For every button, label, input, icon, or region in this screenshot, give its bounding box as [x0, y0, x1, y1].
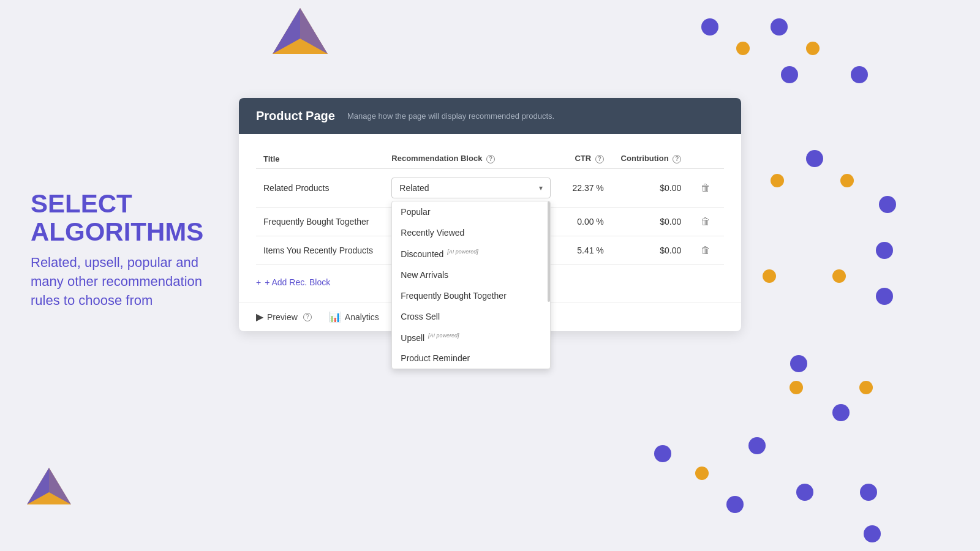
card-subtitle: Manage how the page will display recomme…	[347, 111, 554, 121]
delete-row1-button[interactable]: 🗑	[696, 180, 715, 195]
row1-title: Related Products	[256, 169, 384, 208]
dropdown-item-recently-viewed[interactable]: Recently Viewed	[392, 222, 550, 243]
row2-ctr: 0.00 %	[564, 208, 611, 236]
ai-badge-upsell: [AI powered]	[428, 332, 459, 339]
heading-description: Related, upsell, popular and many other …	[31, 253, 214, 310]
decorative-dot	[806, 42, 820, 55]
dropdown-item-product-reminder[interactable]: Product Reminder	[392, 348, 550, 369]
row1-ctr: 22.37 %	[564, 169, 611, 208]
decorative-dot	[771, 18, 788, 36]
decorative-dot	[860, 484, 877, 501]
card-header: Product Page Manage how the page will di…	[239, 98, 741, 134]
row1-contribution: $0.00	[611, 169, 688, 208]
decorative-dot	[864, 525, 881, 542]
contribution-help-icon[interactable]: ?	[673, 155, 681, 163]
heading-select: SELECT	[31, 189, 132, 218]
scrollbar-hint	[548, 201, 550, 302]
decorative-dot	[876, 242, 893, 259]
dropdown-item-upsell[interactable]: Upsell [AI powered]	[392, 327, 550, 348]
main-card: Product Page Manage how the page will di…	[239, 98, 741, 331]
delete-row2-button[interactable]: 🗑	[696, 214, 715, 229]
dropdown-item-new-arrivals[interactable]: New Arrivals	[392, 264, 550, 285]
decorative-dot	[790, 381, 803, 394]
row1-actions: 🗑	[688, 169, 724, 208]
preview-label: Preview	[267, 312, 298, 322]
row3-title: Items You Recently Products	[256, 236, 384, 265]
preview-help-icon[interactable]: ?	[303, 313, 312, 321]
row3-contribution: $0.00	[611, 236, 688, 265]
decorative-dot	[748, 437, 766, 454]
logo-bottom-left	[24, 465, 74, 514]
decorative-dot	[654, 445, 671, 462]
decorative-dot	[771, 174, 784, 187]
dropdown-item-popular[interactable]: Popular	[392, 201, 550, 222]
decorative-dot	[832, 404, 850, 421]
decorative-dot	[796, 484, 813, 501]
decorative-dot	[876, 288, 893, 305]
recommendations-table: Title Recommendation Block ? CTR ? Contr…	[256, 149, 724, 265]
card-body: Title Recommendation Block ? CTR ? Contr…	[239, 134, 741, 302]
analytics-icon: 📊	[329, 311, 341, 323]
decorative-dot	[859, 381, 873, 394]
decorative-dot	[781, 66, 798, 83]
decorative-dot	[695, 467, 709, 480]
row1-rec-block: Related ▾ Popular Recently Viewed	[384, 169, 564, 208]
row2-title: Frequently Bought Together	[256, 208, 384, 236]
col-ctr: CTR ?	[564, 149, 611, 169]
delete-row3-button[interactable]: 🗑	[696, 242, 715, 258]
dropdown-item-frequently-bought[interactable]: Frequently Bought Together	[392, 285, 550, 306]
dropdown-selected-value: Related	[399, 183, 429, 193]
col-rec-block: Recommendation Block ?	[384, 149, 564, 169]
col-actions	[688, 149, 724, 169]
dropdown-wrapper: Related ▾ Popular Recently Viewed	[391, 178, 551, 198]
col-title: Title	[256, 149, 384, 169]
rec-block-help-icon[interactable]: ?	[486, 155, 495, 163]
preview-action[interactable]: ▶ Preview ?	[256, 311, 312, 323]
add-rec-block-label: + Add Rec. Block	[265, 277, 330, 287]
decorative-dot	[806, 150, 823, 167]
play-icon: ▶	[256, 311, 263, 323]
decorative-dot	[832, 269, 846, 283]
ai-badge-discounted: [AI powered]	[447, 249, 478, 255]
row2-contribution: $0.00	[611, 208, 688, 236]
decorative-dot	[790, 355, 807, 372]
row2-actions: 🗑	[688, 208, 724, 236]
analytics-action[interactable]: 📊 Analytics	[329, 311, 379, 323]
logo-top	[270, 5, 331, 66]
heading-algorithms: ALGORITHMS	[31, 217, 203, 246]
dropdown-trigger[interactable]: Related ▾	[391, 178, 551, 198]
dropdown-item-discounted[interactable]: Discounted [AI powered]	[392, 243, 550, 264]
left-text-block: SELECT ALGORITHMS Related, upsell, popul…	[31, 190, 214, 310]
chevron-down-icon: ▾	[539, 184, 543, 192]
table-row: Related Products Related ▾ Popular	[256, 169, 724, 208]
dropdown-item-cross-sell[interactable]: Cross Sell	[392, 306, 550, 327]
col-contribution: Contribution ?	[611, 149, 688, 169]
analytics-label: Analytics	[345, 312, 379, 322]
decorative-dot	[736, 42, 750, 55]
decorative-dot	[726, 496, 744, 513]
decorative-dot	[851, 66, 868, 83]
decorative-dot	[879, 196, 896, 213]
dropdown-menu: Popular Recently Viewed Discounted [AI p…	[391, 201, 551, 369]
row3-ctr: 5.41 %	[564, 236, 611, 265]
decorative-dot	[840, 174, 854, 187]
decorative-dot	[701, 18, 718, 36]
row3-actions: 🗑	[688, 236, 724, 265]
card-title: Product Page	[256, 109, 335, 123]
add-icon: +	[256, 277, 261, 287]
ctr-help-icon[interactable]: ?	[595, 155, 604, 163]
decorative-dot	[763, 269, 776, 283]
